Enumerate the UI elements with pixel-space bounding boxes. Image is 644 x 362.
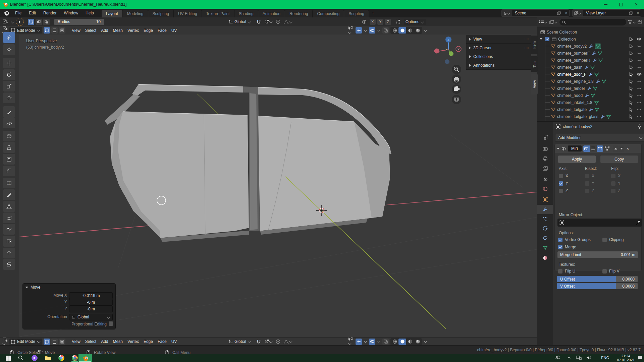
- radius-slider[interactable]: Radius 10: [54, 19, 104, 25]
- xray-toggle-button[interactable]: [382, 27, 389, 34]
- npanel-section-collections[interactable]: Collections::::: [466, 52, 531, 61]
- viewport-menu-vertex[interactable]: Vertex: [125, 28, 141, 33]
- axis-y-checkbox[interactable]: Y: [559, 181, 585, 186]
- object-name[interactable]: chimère_engine_1.8: [557, 79, 594, 84]
- orientation-dropdown[interactable]: Global: [69, 314, 113, 320]
- edge-select-mode-button[interactable]: [51, 27, 58, 34]
- eye-closed-icon[interactable]: [637, 108, 642, 111]
- add-workspace-button[interactable]: +: [369, 9, 377, 17]
- viewport-menu-edge[interactable]: Edge: [141, 28, 155, 33]
- modifier-name-field[interactable]: Mirr: [568, 145, 582, 152]
- clipping-checkbox[interactable]: Clipping: [602, 237, 624, 242]
- view-layer-selector[interactable]: View Layer ×: [572, 9, 641, 17]
- tool-add-cube[interactable]: [3, 131, 15, 141]
- object-name[interactable]: chimère_bumperR: [557, 58, 590, 63]
- editor-menus-icon[interactable]: [3, 19, 9, 24]
- viewport-menu-view[interactable]: View: [69, 339, 83, 344]
- tool-scale[interactable]: [3, 81, 15, 92]
- tool-annotate[interactable]: [3, 106, 15, 117]
- drag-dots-icon[interactable]: ::::: [525, 38, 529, 41]
- outliner-object-row[interactable]: chimère_door_F: [537, 71, 644, 78]
- shading-dropdown-chevron-icon[interactable]: [424, 28, 427, 33]
- editor-menus-chevron-icon[interactable]: [11, 20, 14, 23]
- collection-expand-icon[interactable]: [540, 38, 542, 40]
- object-name[interactable]: chimère_bumperF: [557, 51, 590, 56]
- transform-orientation-dropdown[interactable]: Global: [227, 19, 253, 25]
- eye-closed-icon[interactable]: [637, 44, 642, 48]
- solid-shading-button[interactable]: [398, 27, 406, 34]
- npanel-tab-tool[interactable]: Tool: [531, 56, 538, 72]
- apply-button[interactable]: Apply: [558, 156, 596, 163]
- proportional-falloff-dropdown[interactable]: [282, 19, 294, 25]
- outliner-display-mode-dropdown[interactable]: [539, 20, 548, 24]
- new-collection-icon[interactable]: [638, 20, 642, 24]
- axis-x-checkbox[interactable]: X: [559, 174, 585, 178]
- tool-spin[interactable]: [3, 213, 15, 223]
- tab-compositing[interactable]: Compositing: [313, 10, 344, 17]
- selectable-icon[interactable]: [629, 58, 633, 62]
- properties-tab-object[interactable]: [537, 195, 553, 204]
- tab-modeling[interactable]: Modeling: [123, 10, 148, 17]
- tool-extrude-region[interactable]: [3, 142, 15, 153]
- mesh-data-icon[interactable]: [598, 58, 603, 62]
- flip-x-checkbox[interactable]: X: [611, 174, 637, 178]
- eyedropper-icon[interactable]: [636, 221, 640, 225]
- move-field-value[interactable]: -0 m: [69, 299, 113, 306]
- minimize-button[interactable]: [598, 0, 613, 9]
- scene-selector[interactable]: Scene ×: [501, 9, 570, 17]
- menu-edit[interactable]: Edit: [25, 9, 40, 17]
- viewport-menu-edge[interactable]: Edge: [141, 339, 155, 344]
- modifier-move-up-button[interactable]: [613, 145, 619, 152]
- expand-arrow-icon[interactable]: [469, 64, 471, 67]
- move-field-value[interactable]: -0 m: [69, 306, 113, 312]
- mesh-data-icon[interactable]: [591, 94, 595, 98]
- modifier-editmode-toggle[interactable]: [597, 145, 603, 152]
- mirror-y-button[interactable]: Y: [377, 19, 383, 25]
- expand-arrow-icon[interactable]: [469, 47, 471, 49]
- axis-z-checkbox[interactable]: Z: [559, 188, 585, 193]
- move-field-value[interactable]: -0.0119 m: [69, 292, 113, 299]
- flip-y-checkbox[interactable]: Y: [611, 181, 637, 186]
- selectable-icon[interactable]: [629, 107, 633, 112]
- object-name[interactable]: chimère_intake_1.8: [557, 100, 592, 105]
- taskbar-blender-active-tile[interactable]: [78, 354, 92, 362]
- collection-checkbox[interactable]: [545, 37, 549, 41]
- mesh-data-icon[interactable]: [595, 108, 599, 112]
- tab-texture-paint[interactable]: Texture Paint: [202, 10, 234, 17]
- npanel-section-view[interactable]: View::::: [466, 35, 531, 44]
- bisect-y-checkbox[interactable]: Y: [585, 181, 611, 186]
- eye-closed-icon[interactable]: [637, 79, 642, 83]
- merge-checkbox[interactable]: Merge: [558, 245, 576, 249]
- object-name[interactable]: chimère_bodyv2: [557, 44, 587, 49]
- modifier-expand-icon[interactable]: [557, 148, 559, 149]
- mesh-data-icon[interactable]: [593, 86, 597, 90]
- proportional-editing-icon[interactable]: [276, 19, 280, 24]
- properties-tab-modifiers[interactable]: [537, 205, 553, 214]
- drag-dots-icon[interactable]: ::::: [525, 55, 529, 58]
- proportional-editing-icon[interactable]: [276, 339, 280, 344]
- gizmos-toggle-button[interactable]: [356, 339, 362, 345]
- scene-name[interactable]: Scene: [512, 11, 557, 15]
- viewport-menu-face[interactable]: Face: [155, 339, 169, 344]
- add-modifier-dropdown[interactable]: Add Modifier: [555, 134, 644, 142]
- tool-bevel[interactable]: [3, 166, 15, 176]
- selectable-icon[interactable]: [629, 44, 633, 48]
- tool-edge-slide[interactable]: [3, 236, 15, 247]
- proportional-editing-checkbox[interactable]: [109, 321, 113, 326]
- tool-smooth[interactable]: [3, 224, 15, 235]
- eye-closed-icon[interactable]: [637, 94, 642, 97]
- taskbar-search-icon[interactable]: [17, 354, 25, 362]
- selectable-icon[interactable]: [629, 79, 633, 83]
- modifier-wrench-icon[interactable]: [600, 114, 605, 119]
- unlink-scene-icon[interactable]: ×: [563, 11, 569, 15]
- eye-closed-icon[interactable]: [637, 115, 642, 118]
- object-name[interactable]: chimère_tailgate: [557, 107, 587, 112]
- menu-render[interactable]: Render: [40, 9, 60, 17]
- properties-tab-material[interactable]: [537, 253, 553, 262]
- select-mode-set-button[interactable]: [28, 19, 34, 25]
- modifier-move-down-button[interactable]: [619, 145, 624, 152]
- bisect-x-checkbox[interactable]: X: [585, 174, 611, 178]
- eye-closed-icon[interactable]: [637, 51, 642, 55]
- maximize-button[interactable]: [613, 0, 629, 9]
- solid-shading-button[interactable]: [398, 339, 406, 345]
